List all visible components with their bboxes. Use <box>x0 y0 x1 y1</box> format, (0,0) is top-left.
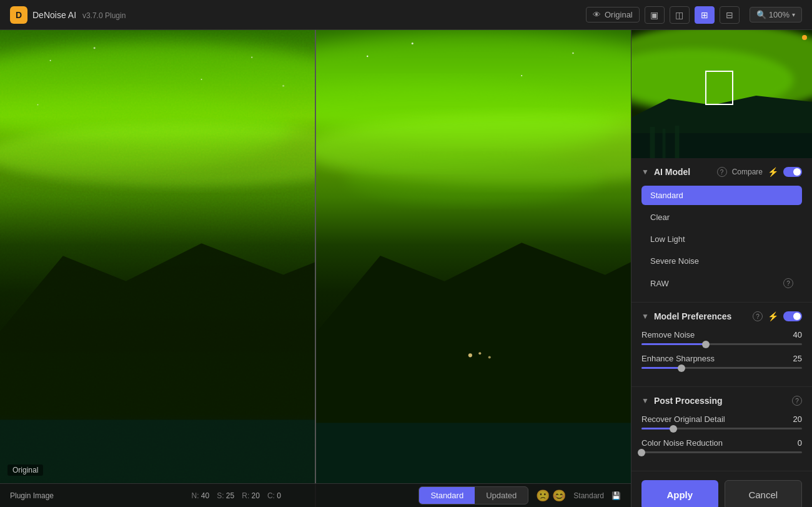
remove-noise-track[interactable] <box>641 343 802 345</box>
svg-point-22 <box>412 43 413 44</box>
svg-point-10 <box>37 104 38 105</box>
color-noise-label: Color Noise Reduction <box>641 438 723 448</box>
zoom-control[interactable]: 🔍 100% ▾ <box>750 7 802 23</box>
svg-rect-30 <box>650 127 655 158</box>
model-low-light-label: Low Light <box>650 234 685 244</box>
toggle-updated-button[interactable]: Updated <box>475 487 528 504</box>
view-single-button[interactable]: ▣ <box>645 6 665 24</box>
model-item-severe-noise[interactable]: Severe Noise <box>641 251 802 271</box>
original-label: Original <box>605 10 633 19</box>
enhance-sharpness-slider-row: Enhance Sharpness 25 <box>641 354 802 369</box>
standard-label: Standard <box>573 491 604 500</box>
apply-button[interactable]: Apply <box>641 480 718 507</box>
processed-image-panel[interactable] <box>316 30 631 507</box>
svg-point-23 <box>521 75 522 76</box>
post-processing-help-icon[interactable]: ? <box>792 396 802 406</box>
header: D DeNoise AI v3.7.0 Plugin 👁 Original ▣ … <box>0 0 812 30</box>
remove-noise-value: 40 <box>787 330 802 339</box>
view-split-button[interactable]: ◫ <box>670 6 690 24</box>
model-prefs-help-icon[interactable]: ? <box>753 311 763 321</box>
model-item-raw[interactable]: RAW ? <box>641 273 802 293</box>
enhance-sharpness-label-row: Enhance Sharpness 25 <box>641 354 802 363</box>
app-logo-icon: D <box>10 6 27 24</box>
app-version: v3.7.0 Plugin <box>82 11 126 20</box>
svg-point-12 <box>316 31 631 140</box>
view-toggle: Standard Updated <box>418 486 528 504</box>
model-prefs-auto-icon[interactable]: ⚡ <box>768 311 778 321</box>
sad-face-icon[interactable]: 🙁 <box>536 489 550 503</box>
original-overlay-label: Original <box>7 464 43 476</box>
zoom-value: 100% <box>769 10 790 19</box>
svg-point-1 <box>0 92 290 168</box>
remove-noise-thumb[interactable] <box>702 341 710 348</box>
recover-detail-thumb[interactable] <box>670 425 677 433</box>
model-prefs-chevron[interactable]: ▼ <box>641 312 649 321</box>
orange-dot <box>802 35 807 40</box>
svg-point-6 <box>50 60 51 61</box>
enhance-sharpness-track[interactable] <box>641 367 802 369</box>
stat-r-value: 20 <box>252 491 260 500</box>
model-item-standard[interactable]: Standard <box>641 186 802 205</box>
post-processing-title: Post Processing <box>654 396 787 406</box>
color-noise-value: 0 <box>787 438 802 448</box>
model-item-clear[interactable]: Clear <box>641 208 802 227</box>
color-noise-slider-row: Color Noise Reduction 0 <box>641 438 802 453</box>
ai-model-toggle[interactable] <box>783 167 802 177</box>
recover-detail-label: Recover Original Detail <box>641 414 725 424</box>
model-severe-noise-label: Severe Noise <box>650 256 699 266</box>
recover-detail-fill <box>641 428 673 429</box>
stat-n-label: N: <box>191 491 199 500</box>
post-processing-chevron[interactable]: ▼ <box>641 396 649 405</box>
model-standard-label: Standard <box>650 191 683 200</box>
recover-detail-slider-row: Recover Original Detail 20 <box>641 414 802 429</box>
main-area: Original Plugin Image N: 40 S: 25 R: 20 <box>0 30 812 507</box>
svg-rect-29 <box>631 133 812 158</box>
cancel-button[interactable]: Cancel <box>725 480 803 507</box>
ai-model-section: ▼ AI Model ? Compare ⚡ Standard Clear Lo… <box>631 158 812 303</box>
svg-point-20 <box>488 356 491 358</box>
ai-model-help-icon[interactable]: ? <box>717 167 727 177</box>
svg-point-13 <box>316 82 611 166</box>
remove-noise-label-row: Remove Noise 40 <box>641 330 802 339</box>
ai-model-chevron[interactable]: ▼ <box>641 168 649 176</box>
logo: D DeNoise AI v3.7.0 Plugin <box>10 6 126 24</box>
thumbnail-viewport[interactable] <box>705 71 733 105</box>
model-item-low-light[interactable]: Low Light <box>641 229 802 249</box>
original-image-panel <box>0 30 316 507</box>
remove-noise-label: Remove Noise <box>641 330 695 339</box>
footer-left: Plugin Image <box>10 491 54 500</box>
stat-r-label: R: <box>242 491 249 500</box>
post-processing-header: ▼ Post Processing ? <box>641 396 802 406</box>
original-button[interactable]: 👁 Original <box>586 7 640 23</box>
enhance-sharpness-value: 25 <box>787 354 802 363</box>
view-grid-button[interactable]: ⊞ <box>695 6 715 24</box>
svg-point-21 <box>367 56 368 57</box>
enhance-sharpness-thumb[interactable] <box>678 364 685 372</box>
model-clear-label: Clear <box>650 213 670 222</box>
auto-icon[interactable]: ⚡ <box>768 167 778 177</box>
recover-detail-value: 20 <box>787 414 802 424</box>
raw-help-icon[interactable]: ? <box>783 278 793 288</box>
right-panel: ▼ AI Model ? Compare ⚡ Standard Clear Lo… <box>631 30 812 507</box>
color-noise-thumb[interactable] <box>638 449 645 456</box>
enhance-sharpness-label: Enhance Sharpness <box>641 354 715 363</box>
aurora-svg-right <box>316 30 631 507</box>
happy-face-icon[interactable]: 😊 <box>552 489 566 503</box>
view-compare-button[interactable]: ⊟ <box>720 6 740 24</box>
model-preferences-section: ▼ Model Preferences ? ⚡ Remove Noise 40 <box>631 303 812 387</box>
eye-icon: 👁 <box>593 10 601 19</box>
compare-button[interactable]: Compare <box>732 168 763 176</box>
color-noise-track[interactable] <box>641 451 802 453</box>
footer-stats: N: 40 S: 25 R: 20 C: 0 <box>191 491 280 500</box>
thumbnail-preview[interactable] <box>631 30 812 158</box>
stat-c-value: 0 <box>277 491 281 500</box>
model-prefs-toggle[interactable] <box>783 311 802 321</box>
recover-detail-track[interactable] <box>641 428 802 429</box>
svg-rect-31 <box>663 129 666 158</box>
svg-rect-5 <box>0 30 315 507</box>
svg-point-8 <box>201 79 202 80</box>
toggle-standard-button[interactable]: Standard <box>419 487 475 504</box>
save-icon[interactable]: 💾 <box>611 491 621 500</box>
stat-s: S: 25 <box>217 491 234 500</box>
svg-point-18 <box>468 353 472 357</box>
